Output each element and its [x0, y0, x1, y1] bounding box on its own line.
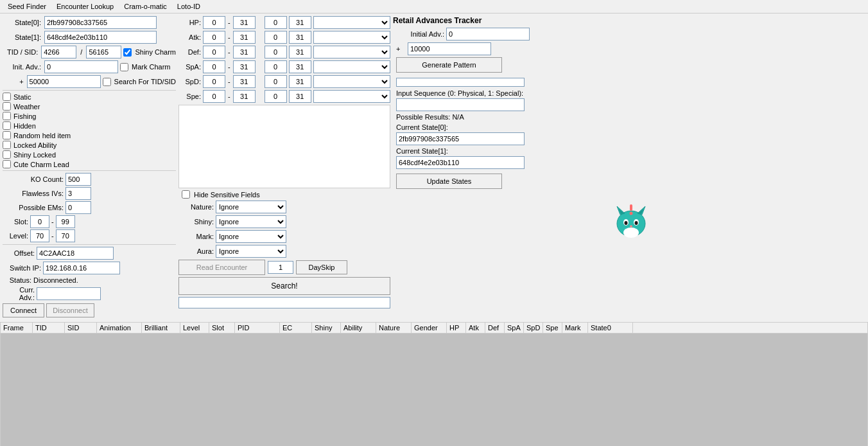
th-sid: SID	[65, 323, 97, 333]
locked-ability-label: Locked Ability	[13, 141, 56, 149]
aura-select[interactable]: IgnoreAny	[216, 245, 286, 258]
nav-encounter-lookup[interactable]: Encounter Lookup	[51, 1, 119, 12]
iv-min-3[interactable]	[203, 60, 225, 73]
iv-dash-0: -	[228, 19, 230, 26]
connect-row: Connect Disconnect	[3, 303, 176, 317]
iv-dropdown-2[interactable]	[313, 46, 390, 58]
iv-range-max-5[interactable]	[289, 90, 311, 103]
mark-select[interactable]: IgnoreAny	[216, 230, 286, 243]
weather-checkbox[interactable]	[3, 102, 11, 111]
possible-ems-input[interactable]	[65, 201, 91, 214]
flawless-ivs-row: Flawless IVs:	[3, 187, 176, 200]
iv-min-4[interactable]	[203, 75, 225, 88]
state1-input[interactable]	[44, 31, 157, 44]
current-state1-input[interactable]	[396, 156, 525, 169]
iv-max-0[interactable]	[233, 16, 256, 29]
iv-range-min-1[interactable]	[265, 31, 287, 44]
update-states-button[interactable]: Update States	[396, 174, 502, 189]
iv-range-min-5[interactable]	[265, 90, 287, 103]
iv-max-1[interactable]	[233, 31, 256, 44]
iv-range-max-3[interactable]	[289, 60, 311, 73]
iv-range-min-2[interactable]	[265, 46, 287, 58]
th-hp: HP	[447, 323, 466, 333]
iv-range-max-2[interactable]	[289, 46, 311, 58]
initadv-input[interactable]	[44, 60, 118, 73]
iv-range-min-3[interactable]	[265, 60, 287, 73]
offset-input[interactable]	[37, 247, 114, 260]
ko-count-row: KO Count:	[3, 173, 176, 186]
input-seq-input[interactable]	[396, 98, 525, 111]
iv-min-1[interactable]	[203, 31, 225, 44]
connect-button[interactable]: Connect	[3, 303, 44, 317]
iv-min-5[interactable]	[203, 90, 225, 103]
th-slot: Slot	[209, 323, 235, 333]
static-checkbox[interactable]	[3, 93, 11, 101]
fishing-checkbox[interactable]	[3, 112, 11, 120]
flawless-ivs-input[interactable]	[65, 187, 91, 200]
iv-max-3[interactable]	[233, 60, 256, 73]
iv-dropdown-5[interactable]	[313, 90, 390, 103]
state0-input[interactable]	[44, 16, 157, 29]
curradv-input[interactable]	[37, 287, 101, 300]
sid-input[interactable]	[86, 46, 121, 58]
tid-input[interactable]	[41, 46, 76, 58]
current-state1-area: Current State[1]:	[396, 147, 865, 171]
iv-range-min-0[interactable]	[265, 16, 287, 29]
nav-loto-id[interactable]: Loto-ID	[172, 1, 205, 12]
gen-pattern-button[interactable]: Generate Pattern	[396, 57, 502, 73]
plusadv-input[interactable]	[27, 75, 101, 88]
th-spa: SpA	[505, 323, 524, 333]
encounter-box	[178, 105, 390, 188]
current-state0-input[interactable]	[396, 132, 525, 145]
iv-dropdown-3[interactable]	[313, 60, 390, 73]
hide-sensitive-checkbox[interactable]	[182, 190, 190, 199]
iv-range-min-4[interactable]	[265, 75, 287, 88]
mark-charm-label: Mark Charm	[132, 63, 171, 71]
offset-row: Offset:	[3, 247, 176, 260]
retail-plus-input[interactable]	[408, 42, 491, 55]
dayskip-button[interactable]: DaySkip	[296, 260, 347, 274]
ko-count-input[interactable]	[65, 173, 91, 186]
iv-max-2[interactable]	[233, 46, 256, 58]
level-max-input[interactable]	[56, 229, 75, 242]
random-held-row: Random held item	[3, 131, 176, 139]
svg-point-12	[623, 227, 639, 238]
iv-max-5[interactable]	[233, 90, 256, 103]
nav-cram-o-matic[interactable]: Cram-o-matic	[119, 1, 172, 12]
random-held-checkbox[interactable]	[3, 131, 11, 139]
hidden-checkbox[interactable]	[3, 121, 11, 130]
locked-ability-checkbox[interactable]	[3, 141, 11, 149]
level-min-input[interactable]	[30, 229, 49, 242]
search-tid-checkbox[interactable]	[103, 78, 111, 86]
iv-min-0[interactable]	[203, 16, 225, 29]
iv-dropdown-0[interactable]	[313, 16, 390, 29]
iv-range-max-1[interactable]	[289, 31, 311, 44]
hide-sensitive-row: Hide Sensitive Fields	[178, 190, 390, 199]
iv-range-max-0[interactable]	[289, 16, 311, 29]
iv-range-max-4[interactable]	[289, 75, 311, 88]
mark-charm-checkbox[interactable]	[120, 63, 128, 71]
iv-dropdown-4[interactable]	[313, 75, 390, 88]
iv-max-4[interactable]	[233, 75, 256, 88]
search-button[interactable]: Search!	[178, 277, 390, 295]
level-dash: -	[51, 232, 54, 240]
dayskip-num-input[interactable]	[268, 261, 293, 274]
shiny-charm-checkbox[interactable]	[123, 48, 132, 57]
iv-dash-2: -	[228, 48, 230, 56]
disconnect-button[interactable]: Disconnect	[46, 303, 94, 317]
shiny-select[interactable]: IgnoreAnyShinyNon-Shiny	[216, 215, 286, 228]
cute-charm-checkbox[interactable]	[3, 160, 11, 168]
th-spe: Spe	[543, 323, 562, 333]
slot-max-input[interactable]	[56, 215, 75, 228]
read-encounter-button[interactable]: Read Encounter	[178, 260, 265, 275]
tidsid-slash: /	[78, 48, 84, 56]
iv-min-2[interactable]	[203, 46, 225, 58]
initial-adv-input[interactable]	[446, 28, 530, 40]
iv-dropdown-1[interactable]	[313, 31, 390, 44]
slot-min-input[interactable]	[30, 215, 49, 228]
nav-seed-finder[interactable]: Seed Finder	[3, 1, 51, 12]
shiny-locked-checkbox[interactable]	[3, 150, 11, 159]
nature-select[interactable]: IgnoreAdamantBraveBold	[216, 201, 286, 213]
switchip-input[interactable]	[43, 262, 120, 274]
plusadv-row: + Search For TID/SID	[3, 75, 176, 88]
